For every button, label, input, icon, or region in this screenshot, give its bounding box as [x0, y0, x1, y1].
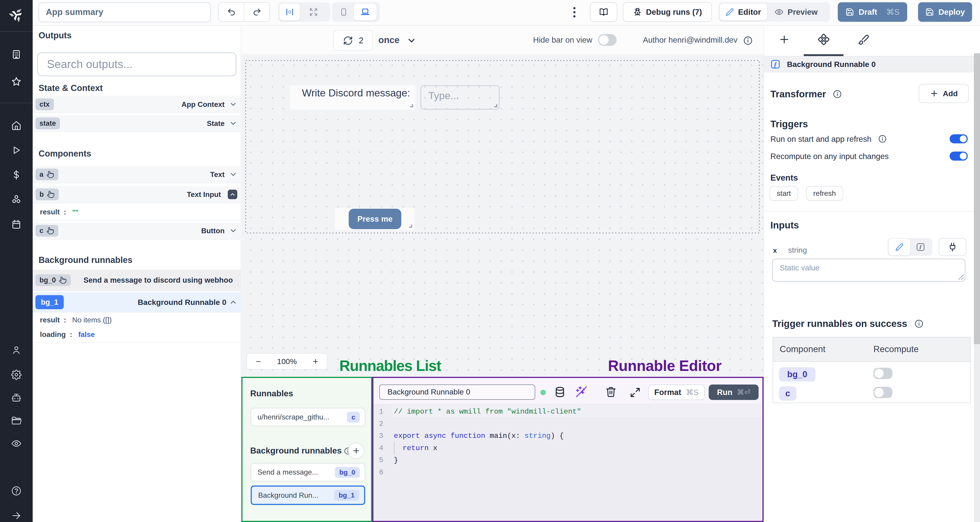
svg-text:0: 0: [288, 9, 291, 14]
